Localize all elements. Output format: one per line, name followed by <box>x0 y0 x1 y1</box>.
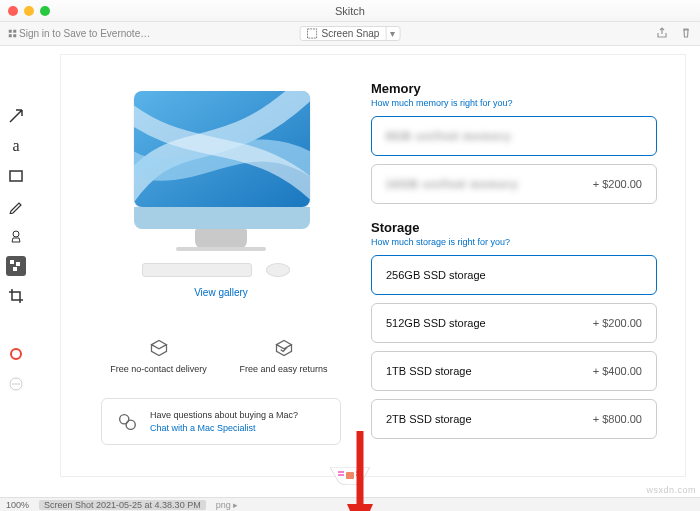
titlebar: Skitch <box>0 0 700 22</box>
delivery-feature: Free no-contact delivery <box>101 338 216 374</box>
captured-page: View gallery Free no-contact delivery Fr… <box>61 55 685 476</box>
svg-point-10 <box>11 349 21 359</box>
sign-in-link[interactable]: Sign in to Save to Evernote… <box>8 28 150 39</box>
svg-rect-0 <box>9 30 12 33</box>
pen-tool[interactable] <box>6 196 26 216</box>
svg-rect-5 <box>10 171 22 181</box>
mouse-icon <box>266 263 290 277</box>
svg-rect-1 <box>13 30 16 33</box>
memory-option-2[interactable]: 16GB unified memory + $200.00 <box>371 164 657 204</box>
storage-option-4[interactable]: 2TB SSD storage + $800.00 <box>371 399 657 439</box>
color-picker[interactable] <box>6 344 26 364</box>
returns-label: Free and easy returns <box>239 364 327 374</box>
memory-option-1[interactable]: 8GB unified memory <box>371 116 657 156</box>
memory-helper-link[interactable]: How much memory is right for you? <box>371 98 657 108</box>
box-icon <box>149 338 169 358</box>
config-column: Memory How much memory is right for you?… <box>371 81 657 447</box>
watermark: wsxdn.com <box>646 485 696 495</box>
pixelate-tool[interactable] <box>6 256 26 276</box>
storage-option-2-label: 512GB SSD storage <box>386 317 486 329</box>
canvas[interactable]: View gallery Free no-contact delivery Fr… <box>60 54 686 477</box>
window-controls <box>8 6 50 16</box>
delete-button[interactable] <box>680 25 692 43</box>
stroke-width-picker[interactable] <box>6 374 26 394</box>
storage-title: Storage <box>371 220 657 235</box>
product-column: View gallery Free no-contact delivery Fr… <box>101 81 341 447</box>
svg-rect-15 <box>346 472 354 479</box>
screen-snap-icon <box>307 28 318 39</box>
memory-option-2-label: 16GB unified memory <box>386 178 519 190</box>
returns-icon <box>274 338 294 358</box>
storage-option-1-label: 256GB SSD storage <box>386 269 486 281</box>
svg-rect-8 <box>16 262 20 266</box>
zoom-level[interactable]: 100% <box>6 500 29 510</box>
storage-option-3-label: 1TB SSD storage <box>386 365 472 377</box>
memory-option-2-price: + $200.00 <box>593 178 642 190</box>
imac-image <box>126 91 316 251</box>
view-gallery-link[interactable]: View gallery <box>194 287 248 298</box>
rectangle-tool[interactable] <box>6 166 26 186</box>
svg-rect-4 <box>308 29 317 38</box>
close-window-button[interactable] <box>8 6 18 16</box>
storage-option-4-label: 2TB SSD storage <box>386 413 472 425</box>
storage-helper-link[interactable]: How much storage is right for you? <box>371 237 657 247</box>
drag-tray[interactable] <box>330 467 370 485</box>
storage-option-1[interactable]: 256GB SSD storage <box>371 255 657 295</box>
text-tool[interactable]: a <box>6 136 26 156</box>
delivery-label: Free no-contact delivery <box>110 364 207 374</box>
storage-option-3[interactable]: 1TB SSD storage + $400.00 <box>371 351 657 391</box>
storage-option-3-price: + $400.00 <box>593 365 642 377</box>
file-extension[interactable]: png ▸ <box>216 500 239 510</box>
questions-text: Have questions about buying a Mac? <box>150 409 298 422</box>
returns-feature: Free and easy returns <box>226 338 341 374</box>
svg-rect-3 <box>13 34 16 37</box>
svg-point-14 <box>126 420 135 429</box>
sign-in-label: Sign in to Save to Evernote… <box>19 28 150 39</box>
svg-rect-7 <box>10 260 14 264</box>
status-bar: 100% Screen Shot 2021-05-25 at 4.38.30 P… <box>0 497 700 511</box>
memory-option-1-label: 8GB unified memory <box>386 130 512 142</box>
grid-icon <box>8 29 17 38</box>
stamp-tool[interactable] <box>6 226 26 246</box>
workspace: a <box>0 46 700 497</box>
capture-mode-dropdown[interactable]: Screen Snap ▾ <box>300 26 401 41</box>
toolbar: Sign in to Save to Evernote… Screen Snap… <box>0 22 700 46</box>
storage-option-2[interactable]: 512GB SSD storage + $200.00 <box>371 303 657 343</box>
memory-title: Memory <box>371 81 657 96</box>
keyboard-icon <box>142 263 252 277</box>
filename-field[interactable]: Screen Shot 2021-05-25 at 4.38.30 PM <box>39 500 206 510</box>
arrow-tool[interactable] <box>6 106 26 126</box>
capture-mode-label: Screen Snap <box>322 28 380 39</box>
crop-tool[interactable] <box>6 286 26 306</box>
chat-icon <box>116 411 138 433</box>
chevron-down-icon[interactable]: ▾ <box>385 27 399 40</box>
svg-rect-2 <box>9 34 12 37</box>
storage-option-2-price: + $200.00 <box>593 317 642 329</box>
minimize-window-button[interactable] <box>24 6 34 16</box>
svg-rect-9 <box>13 267 17 271</box>
wallpaper-icon <box>134 91 310 207</box>
chat-specialist-link[interactable]: Chat with a Mac Specialist <box>150 422 298 435</box>
share-button[interactable] <box>656 25 668 43</box>
storage-option-4-price: + $800.00 <box>593 413 642 425</box>
questions-box: Have questions about buying a Mac? Chat … <box>101 398 341 445</box>
svg-point-6 <box>13 231 19 237</box>
window-title: Skitch <box>335 5 365 17</box>
tool-rail: a <box>0 46 32 497</box>
zoom-window-button[interactable] <box>40 6 50 16</box>
